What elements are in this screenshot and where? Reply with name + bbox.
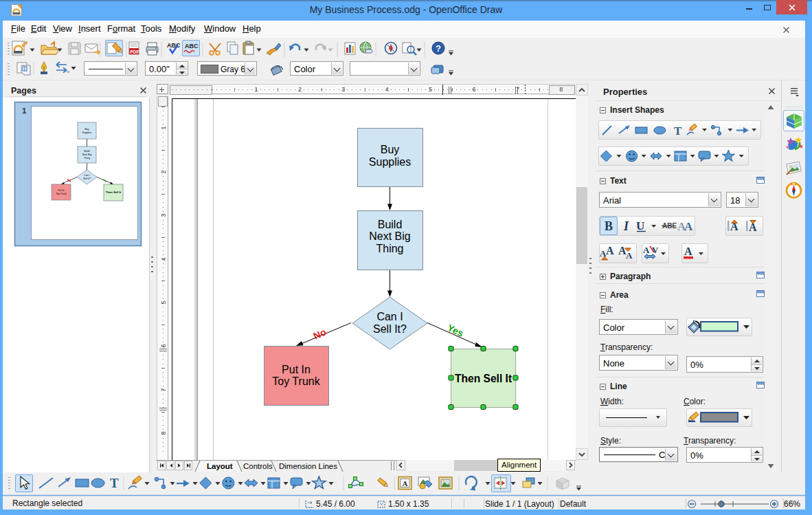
svg-text:Toy Trunk: Toy Trunk <box>56 193 67 195</box>
svg-text:B: B <box>605 219 613 233</box>
svg-text:A: A <box>684 220 693 233</box>
svg-text:A: A <box>684 245 692 257</box>
svg-text:A: A <box>606 245 614 256</box>
svg-text:Sell It?: Sell It? <box>373 323 407 335</box>
svg-text:A: A <box>626 250 633 261</box>
svg-text:PDF: PDF <box>131 50 139 54</box>
svg-text:Buy: Buy <box>381 144 400 155</box>
svg-text:Next Big: Next Big <box>369 230 410 242</box>
svg-text:Build: Build <box>378 219 403 230</box>
svg-text:«: « <box>67 69 70 75</box>
svg-text:Can I: Can I <box>84 174 90 177</box>
svg-text:1: 1 <box>22 107 27 115</box>
svg-text:Build: Build <box>84 150 90 153</box>
svg-text:U: U <box>636 219 644 232</box>
svg-text:Sell It?: Sell It? <box>83 177 91 180</box>
svg-text:Toy Trunk: Toy Trunk <box>272 375 320 387</box>
svg-text:Put In: Put In <box>282 364 311 375</box>
svg-text:Next Big: Next Big <box>82 153 92 156</box>
svg-text:T: T <box>110 476 119 490</box>
svg-text:ABC: ABC <box>167 42 181 49</box>
svg-text:A: A <box>403 479 408 487</box>
svg-text:Buy: Buy <box>84 128 89 131</box>
svg-text:Supplies: Supplies <box>82 131 92 134</box>
svg-text:ABC: ABC <box>185 43 199 50</box>
svg-text:Thing: Thing <box>376 243 403 254</box>
svg-text:A: A <box>643 245 650 255</box>
svg-text:Thing: Thing <box>84 157 90 160</box>
svg-text:Can I: Can I <box>376 311 403 322</box>
svg-text:?: ? <box>436 43 441 54</box>
svg-text:Then Sell It: Then Sell It <box>455 373 512 384</box>
svg-text:No: No <box>312 326 328 341</box>
svg-text:Supplies: Supplies <box>369 156 411 168</box>
svg-text:V: V <box>652 245 659 255</box>
svg-text:Yes: Yes <box>446 322 466 339</box>
svg-text:I: I <box>623 219 629 233</box>
svg-text:N: N <box>793 182 796 186</box>
svg-text:Put In: Put In <box>58 189 64 192</box>
svg-text:T: T <box>674 124 682 138</box>
svg-text:Then Sell It: Then Sell It <box>106 190 122 194</box>
